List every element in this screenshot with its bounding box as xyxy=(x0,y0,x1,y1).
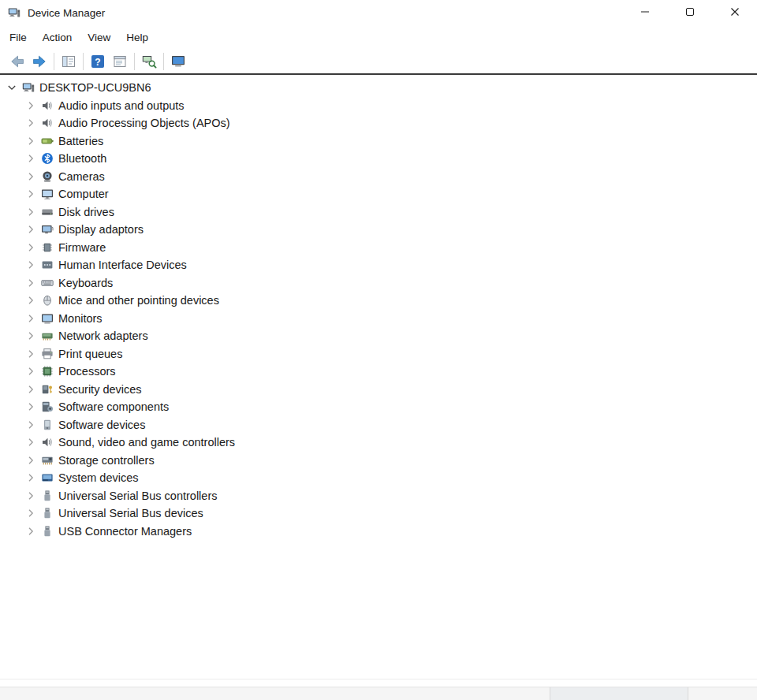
tree-item[interactable]: Software components xyxy=(0,398,757,416)
chevron-right-icon[interactable] xyxy=(24,117,37,129)
window-title: Device Manager xyxy=(28,7,105,19)
device-manager-window: Device Manager FileActionViewHelp ? DESK… xyxy=(0,0,757,700)
tree-item[interactable]: Bluetooth xyxy=(0,150,757,168)
disk-icon xyxy=(40,206,54,218)
tree-item[interactable]: Sound, video and game controllers xyxy=(0,434,757,452)
status-bar-segment xyxy=(0,687,550,700)
chevron-right-icon[interactable] xyxy=(24,330,37,342)
scan-hardware-changes-button[interactable] xyxy=(138,51,160,72)
tree-item-label: Audio Processing Objects (APOs) xyxy=(58,117,230,129)
tree-item[interactable]: Security devices xyxy=(0,381,757,399)
tree-item[interactable]: Network adapters xyxy=(0,327,757,345)
chevron-right-icon[interactable] xyxy=(24,206,37,218)
forward-button[interactable] xyxy=(28,51,50,72)
tree-item[interactable]: Storage controllers xyxy=(0,452,757,470)
tree-item[interactable]: Audio Processing Objects (APOs) xyxy=(0,114,757,132)
tree-item[interactable]: Monitors xyxy=(0,310,757,328)
minimize-button[interactable] xyxy=(622,0,667,25)
tree-item[interactable]: Processors xyxy=(0,363,757,381)
tree-item-label: Bluetooth xyxy=(58,152,106,165)
tree-item[interactable]: Mice and other pointing devices xyxy=(0,292,757,310)
chevron-right-icon[interactable] xyxy=(24,454,37,467)
usb-icon xyxy=(40,507,54,519)
menu-help[interactable]: Help xyxy=(118,28,156,47)
tree-item-label: Mice and other pointing devices xyxy=(58,294,219,307)
bluetooth-icon xyxy=(40,152,54,165)
tree-item-label: USB Connector Managers xyxy=(58,525,192,538)
window-bottom-edge xyxy=(0,679,757,680)
chevron-right-icon[interactable] xyxy=(24,277,37,289)
software-device-icon xyxy=(40,419,54,431)
svg-text:?: ? xyxy=(95,56,100,67)
show-console-tree-button[interactable] xyxy=(58,51,80,72)
menu-bar: FileActionViewHelp xyxy=(0,25,757,49)
menu-file[interactable]: File xyxy=(2,28,35,47)
chevron-right-icon[interactable] xyxy=(24,400,37,413)
tree-root[interactable]: DESKTOP-UCU9BN6 xyxy=(0,79,757,97)
tree-item[interactable]: Software devices xyxy=(0,416,757,434)
maximize-button[interactable] xyxy=(667,0,712,25)
chevron-right-icon[interactable] xyxy=(24,419,37,431)
close-icon xyxy=(730,6,740,20)
tree-item[interactable]: Universal Serial Bus controllers xyxy=(0,487,757,505)
security-icon xyxy=(40,383,54,396)
properties-button[interactable] xyxy=(109,51,131,72)
chevron-right-icon[interactable] xyxy=(24,99,37,112)
tree-item-label: Sound, video and game controllers xyxy=(58,436,235,449)
tree-item[interactable]: Batteries xyxy=(0,132,757,151)
maximize-icon xyxy=(685,6,695,20)
tree-item[interactable]: Firmware xyxy=(0,239,757,257)
tree-item[interactable]: Universal Serial Bus devices xyxy=(0,505,757,523)
tree-item[interactable]: Display adaptors xyxy=(0,221,757,239)
toolbar-separator xyxy=(163,53,164,70)
tree-item[interactable]: System devices xyxy=(0,469,757,487)
chevron-right-icon[interactable] xyxy=(24,170,37,183)
tree-item-label: Human Interface Devices xyxy=(58,259,187,271)
properties-icon xyxy=(112,54,128,69)
tree-item-label: Disk drives xyxy=(58,206,114,218)
chevron-right-icon[interactable] xyxy=(24,490,37,502)
chevron-right-icon[interactable] xyxy=(24,294,37,307)
tree-item[interactable]: Computer xyxy=(0,185,757,203)
chevron-right-icon[interactable] xyxy=(24,471,37,484)
keyboard-icon xyxy=(40,277,54,289)
menu-action[interactable]: Action xyxy=(35,28,80,47)
back-button[interactable] xyxy=(6,51,28,72)
device-tree: DESKTOP-UCU9BN6Audio inputs and outputsA… xyxy=(0,75,757,540)
computer-view-button[interactable] xyxy=(167,51,189,72)
close-button[interactable] xyxy=(712,0,757,25)
chevron-right-icon[interactable] xyxy=(24,135,37,147)
tree-item[interactable]: Human Interface Devices xyxy=(0,256,757,274)
chevron-right-icon[interactable] xyxy=(24,259,37,271)
tree-item-label: System devices xyxy=(58,471,139,484)
chevron-down-icon[interactable] xyxy=(5,81,18,94)
chevron-right-icon[interactable] xyxy=(24,436,37,449)
storage-icon xyxy=(40,454,54,467)
chevron-right-icon[interactable] xyxy=(24,383,37,396)
chevron-right-icon[interactable] xyxy=(24,223,37,236)
tree-item[interactable]: Keyboards xyxy=(0,274,757,292)
chevron-right-icon[interactable] xyxy=(24,312,37,325)
toolbar-separator xyxy=(54,53,54,70)
chevron-right-icon[interactable] xyxy=(24,241,37,254)
arrow-left-icon xyxy=(9,54,25,69)
monitor-icon xyxy=(40,312,54,325)
device-manager-icon xyxy=(8,6,21,19)
menu-view[interactable]: View xyxy=(80,28,118,47)
tree-item-label: Print queues xyxy=(58,348,122,360)
tree-item[interactable]: Audio inputs and outputs xyxy=(0,97,757,115)
tree-item[interactable]: USB Connector Managers xyxy=(0,523,757,541)
tree-item-label: Software devices xyxy=(58,419,145,431)
chevron-right-icon[interactable] xyxy=(24,525,37,538)
computer-root-icon xyxy=(21,81,35,94)
chevron-right-icon[interactable] xyxy=(24,365,37,378)
tree-item[interactable]: Disk drives xyxy=(0,203,757,222)
tree-item[interactable]: Cameras xyxy=(0,168,757,186)
chevron-right-icon[interactable] xyxy=(24,152,37,165)
speaker-icon xyxy=(40,99,54,112)
chevron-right-icon[interactable] xyxy=(24,188,37,200)
help-button[interactable]: ? xyxy=(87,51,109,72)
tree-item[interactable]: Print queues xyxy=(0,345,757,363)
chevron-right-icon[interactable] xyxy=(24,507,37,519)
chevron-right-icon[interactable] xyxy=(24,348,37,360)
